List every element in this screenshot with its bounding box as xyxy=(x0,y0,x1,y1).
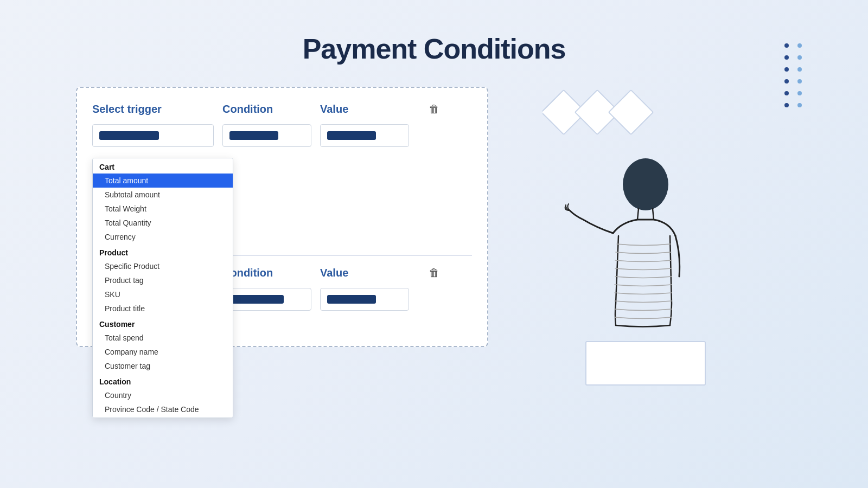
dropdown-item-total-amount[interactable]: Total amount xyxy=(93,174,233,188)
value-column-header: Value xyxy=(320,103,418,115)
dropdown-item-subtotal-amount[interactable]: Subtotal amount xyxy=(93,188,233,202)
dropdown-item-total-spend[interactable]: Total spend xyxy=(93,331,233,345)
trigger-select-1[interactable] xyxy=(92,124,214,147)
dropdown-item-specific-product[interactable]: Specific Product xyxy=(93,259,233,273)
dropdown-item-zip-postal[interactable]: Zip Code / Postal Code xyxy=(93,416,233,418)
svg-rect-6 xyxy=(586,342,705,385)
group-cart-label: Cart xyxy=(93,158,233,174)
delete-row2-button[interactable]: 🗑 xyxy=(418,267,439,279)
condition2-label: Condition xyxy=(222,267,320,279)
trigger-column-header: Select trigger xyxy=(92,103,222,115)
right-illustration xyxy=(521,87,792,390)
trigger-dropdown[interactable]: Cart Total amount Subtotal amount Total … xyxy=(92,158,233,418)
person-illustration xyxy=(526,130,732,434)
dropdown-item-province-state[interactable]: Province Code / State Code xyxy=(93,402,233,416)
group-location-label: Location xyxy=(93,373,233,388)
condition-input-1[interactable] xyxy=(222,124,311,147)
dropdown-item-sku[interactable]: SKU xyxy=(93,287,233,301)
dot xyxy=(784,67,789,72)
svg-line-5 xyxy=(653,209,654,220)
value-input-1[interactable] xyxy=(320,124,409,147)
dropdown-item-customer-tag[interactable]: Customer tag xyxy=(93,359,233,373)
dot xyxy=(797,91,802,95)
delete-row1-button[interactable]: 🗑 xyxy=(418,103,439,115)
dropdown-item-total-weight[interactable]: Total Weight xyxy=(93,202,233,216)
dot xyxy=(797,67,802,72)
dot xyxy=(797,103,802,107)
dot xyxy=(797,55,802,60)
dropdown-item-total-quantity[interactable]: Total Quantity xyxy=(93,216,233,230)
svg-rect-2 xyxy=(609,90,653,134)
svg-line-4 xyxy=(637,209,639,220)
value-input-2[interactable] xyxy=(320,288,409,311)
condition-input-2[interactable] xyxy=(222,288,311,311)
dot xyxy=(784,79,789,84)
dropdown-item-currency[interactable]: Currency xyxy=(93,230,233,244)
input-row-1 xyxy=(92,124,472,147)
group-product-label: Product xyxy=(93,244,233,259)
dropdown-item-company-name[interactable]: Company name xyxy=(93,345,233,359)
panel-header: Select trigger Condition Value 🗑 xyxy=(92,103,472,115)
svg-point-3 xyxy=(623,158,668,210)
dot xyxy=(784,43,789,48)
value2-label: Value xyxy=(320,267,418,279)
condition-column-header: Condition xyxy=(222,103,320,115)
page-title: Payment Conditions xyxy=(0,0,868,65)
content-area: Select trigger Condition Value 🗑 Cart To… xyxy=(0,65,868,390)
dot xyxy=(784,55,789,60)
dot xyxy=(797,79,802,84)
conditions-panel: Select trigger Condition Value 🗑 Cart To… xyxy=(76,87,488,347)
dot xyxy=(797,43,802,48)
group-customer-label: Customer xyxy=(93,316,233,331)
dropdown-item-product-tag[interactable]: Product tag xyxy=(93,273,233,287)
dropdown-item-product-title[interactable]: Product title xyxy=(93,301,233,316)
dropdown-item-country[interactable]: Country xyxy=(93,388,233,402)
